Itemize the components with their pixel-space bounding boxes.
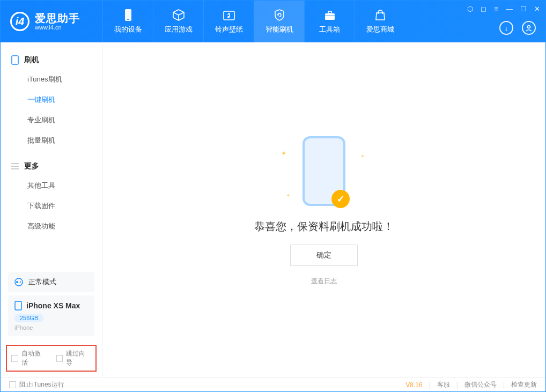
tab-my-device[interactable]: 我的设备	[102, 1, 153, 42]
sidebar: 刷机 iTunes刷机 一键刷机 专业刷机 批量刷机 更多 其他工具 下载固件 …	[1, 42, 102, 377]
sidebar-item-other-tools[interactable]: 其他工具	[1, 175, 102, 196]
checkbox-icon	[11, 355, 18, 362]
options-highlight-box: 自动激活 跳过向导	[6, 345, 97, 372]
download-button[interactable]: ↓	[499, 21, 513, 35]
device-capacity: 256GB	[14, 314, 43, 322]
svg-point-3	[227, 16, 230, 18]
sidebar-item-batch-flash[interactable]: 批量刷机	[1, 130, 102, 151]
svg-rect-2	[224, 11, 234, 20]
status-icon	[14, 278, 23, 286]
device-type: iPhone	[14, 324, 88, 331]
success-message: 恭喜您，保资料刷机成功啦！	[254, 219, 394, 234]
sidebar-item-advanced[interactable]: 高级功能	[1, 216, 102, 236]
svg-rect-4	[325, 13, 335, 20]
window-controls: ⬡ ◻ ≡ — ☐ ✕	[467, 5, 540, 13]
main-tabs: 我的设备 应用游戏 铃声壁纸 智能刷机 工具箱 爱思商城	[102, 1, 405, 42]
wechat-link[interactable]: 微信公众号	[464, 380, 497, 389]
tab-store[interactable]: 爱思商城	[355, 1, 405, 42]
main-content: ✦ ✦ ✦ ✓ 恭喜您，保资料刷机成功啦！ 确定 查看日志	[102, 42, 545, 377]
svg-rect-1	[127, 19, 129, 20]
svg-point-11	[16, 281, 18, 283]
checkbox-icon	[56, 355, 63, 362]
sparkle-icon: ✦	[286, 193, 290, 198]
success-illustration: ✦ ✦ ✦ ✓	[276, 134, 372, 209]
app-title: 爱思助手	[35, 12, 80, 24]
store-icon	[374, 9, 387, 21]
tab-ringtones[interactable]: 铃声壁纸	[203, 1, 254, 42]
sparkle-icon: ✦	[281, 150, 286, 157]
tab-toolbox[interactable]: 工具箱	[304, 1, 355, 42]
account-button[interactable]	[522, 21, 536, 35]
tab-label: 爱思商城	[366, 25, 394, 34]
app-logo-icon: i4	[10, 12, 29, 31]
minimize-icon[interactable]: —	[506, 5, 513, 13]
sidebar-section-more: 更多	[1, 157, 102, 175]
checkbox-icon	[9, 381, 16, 388]
tab-label: 智能刷机	[265, 25, 293, 34]
phone-icon	[11, 55, 19, 65]
phone-icon	[14, 301, 22, 310]
support-link[interactable]: 客服	[437, 380, 450, 389]
status-text: 正常模式	[28, 277, 56, 287]
app-subtitle: www.i4.cn	[35, 24, 80, 31]
header-actions: ↓	[499, 21, 536, 35]
tab-flash[interactable]: 智能刷机	[254, 1, 304, 42]
close-icon[interactable]: ✕	[534, 5, 540, 13]
check-update-link[interactable]: 检查更新	[511, 380, 537, 389]
tab-apps[interactable]: 应用游戏	[153, 1, 203, 42]
svg-rect-13	[15, 301, 21, 310]
logo-area: i4 爱思助手 www.i4.cn	[1, 12, 102, 31]
shield-refresh-icon	[273, 9, 286, 21]
sidebar-item-download-firmware[interactable]: 下载固件	[1, 196, 102, 216]
auto-activate-checkbox[interactable]: 自动激活	[11, 349, 47, 367]
maximize-icon[interactable]: ☐	[520, 5, 527, 13]
sidebar-item-pro-flash[interactable]: 专业刷机	[1, 110, 102, 130]
checkbox-label: 阻止iTunes运行	[19, 380, 64, 389]
menu-icon[interactable]: ≡	[494, 5, 498, 13]
feedback-icon[interactable]: ◻	[481, 5, 486, 13]
checkbox-label: 自动激活	[21, 349, 47, 367]
sidebar-item-oneclick-flash[interactable]: 一键刷机	[1, 90, 102, 110]
checkbox-label: 跳过向导	[66, 349, 91, 367]
tshirt-icon[interactable]: ⬡	[467, 5, 473, 13]
phone-illustration: ✓	[302, 136, 345, 206]
svg-rect-0	[125, 9, 131, 21]
block-itunes-checkbox[interactable]: 阻止iTunes运行	[9, 380, 64, 389]
svg-rect-6	[325, 16, 335, 16]
device-status: 正常模式	[8, 272, 94, 292]
section-title: 刷机	[24, 55, 39, 65]
svg-rect-5	[328, 11, 331, 13]
svg-point-12	[20, 282, 21, 283]
tab-label: 铃声壁纸	[215, 25, 243, 34]
checkmark-badge-icon: ✓	[331, 190, 350, 208]
svg-point-7	[528, 26, 530, 28]
list-icon	[11, 163, 19, 169]
tab-label: 我的设备	[114, 25, 142, 34]
skip-guide-checkbox[interactable]: 跳过向导	[56, 349, 92, 367]
toolbox-icon	[323, 9, 336, 21]
section-title: 更多	[24, 161, 39, 171]
device-icon	[122, 9, 135, 21]
sidebar-item-itunes-flash[interactable]: iTunes刷机	[1, 69, 102, 90]
device-name-text: iPhone XS Max	[26, 301, 80, 310]
ok-button[interactable]: 确定	[290, 245, 358, 266]
tab-label: 工具箱	[319, 25, 340, 34]
sidebar-section-flash: 刷机	[1, 51, 102, 69]
music-folder-icon	[223, 9, 235, 21]
version-text: V8.16	[405, 381, 422, 389]
cube-icon	[172, 9, 185, 21]
sparkle-icon: ✦	[361, 154, 365, 159]
device-info[interactable]: iPhone XS Max 256GB iPhone	[8, 295, 94, 336]
app-header: i4 爱思助手 www.i4.cn 我的设备 应用游戏 铃声壁纸 智能刷机 工具…	[1, 1, 545, 42]
svg-rect-9	[14, 63, 16, 63]
tab-label: 应用游戏	[165, 25, 193, 34]
statusbar: 阻止iTunes运行 V8.16 | 客服 | 微信公众号 | 检查更新	[1, 377, 545, 392]
view-log-link[interactable]: 查看日志	[311, 277, 337, 286]
